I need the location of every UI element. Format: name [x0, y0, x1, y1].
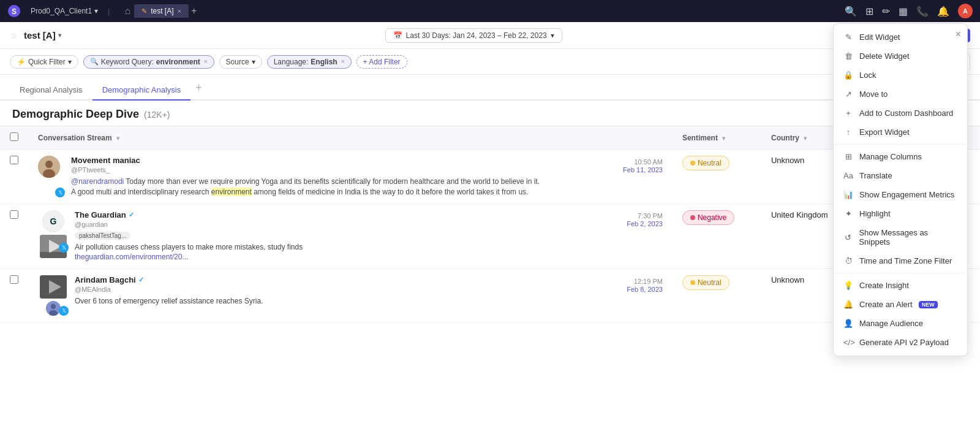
favorite-icon[interactable]: ☆ — [10, 31, 18, 40]
add-filter-button[interactable]: + Add Filter — [356, 55, 407, 69]
edit-icon[interactable]: ✏ — [882, 6, 890, 17]
row-checkbox-3[interactable] — [10, 275, 18, 284]
menu-item-timezone-filter[interactable]: ⏱ Time and Time Zone Filter — [834, 251, 967, 270]
search-icon[interactable]: 🔍 — [845, 6, 857, 17]
move-to-icon: ↗ — [843, 90, 853, 99]
timestamp-2: 7:30 PM Feb 2, 2023 — [627, 211, 663, 227]
keyword-highlight: environment — [211, 188, 252, 196]
grid-icon[interactable]: ⊞ — [865, 6, 873, 17]
sentiment-cell-2: Negative — [673, 204, 761, 269]
tab-add-button[interactable]: + — [191, 6, 197, 17]
alert-icon: 🔔 — [843, 300, 853, 309]
menu-item-delete-widget[interactable]: 🗑 Delete Widget — [834, 47, 967, 66]
timestamp-1: 10:50 AM Feb 11, 2023 — [623, 157, 663, 173]
conversation-tag-2: pakshalTestTag... — [75, 232, 130, 240]
conv-header-1: Movement maniac @PTtweets_ 10:50 AM Feb … — [71, 156, 663, 174]
translate-icon: Aa — [843, 171, 853, 180]
menu-item-highlight[interactable]: ✦ Highlight — [834, 204, 967, 223]
quick-filter-button[interactable]: ⚡ Quick Filter ▾ — [10, 55, 78, 69]
keyword-query-chip[interactable]: 🔍 Keyword Query: environment × — [83, 55, 214, 69]
row-checkbox-2[interactable] — [10, 210, 18, 219]
menu-item-engagement-metrics[interactable]: 📊 Show Engagement Metrics — [834, 185, 967, 204]
section-title: Demographic Deep Dive — [12, 108, 139, 121]
author-info-1: Movement maniac @PTtweets_ — [71, 156, 140, 174]
bagchi-avatar-stack: 𝕏 — [38, 275, 69, 316]
row-checkbox[interactable] — [10, 156, 18, 164]
language-chip-close[interactable]: × — [341, 58, 345, 65]
toolbar-center: 📅 Last 30 Days: Jan 24, 2023 – Feb 22, 2… — [67, 28, 880, 43]
sentiment-cell-3: Neutral — [673, 269, 761, 322]
conversation-stream-header[interactable]: Conversation Stream ▾ — [28, 126, 673, 150]
article-link[interactable]: theguardian.com/environment/20... — [75, 253, 188, 261]
conversation-content-2: The Guardian ✓ @guardian 7:30 PM Feb 2, … — [75, 210, 663, 263]
tab-demographic-analysis[interactable]: Demographic Analysis — [92, 80, 191, 101]
verified-badge-3: ✓ — [138, 276, 144, 284]
date-range-picker[interactable]: 📅 Last 30 Days: Jan 24, 2023 – Feb 22, 2… — [385, 28, 562, 43]
menu-item-manage-columns[interactable]: ⊞ Manage Columns — [834, 147, 967, 166]
sentiment-dot-1 — [690, 161, 695, 166]
keyword-chip-close[interactable]: × — [204, 58, 208, 65]
topnav-right: 🔍 ⊞ ✏ ▦ 📞 🔔 A — [845, 4, 973, 18]
profile-image — [38, 156, 60, 178]
menu-item-move-to[interactable]: ↗ Move to — [834, 85, 967, 104]
menu-divider-1 — [834, 144, 967, 145]
filter-icon: ⚡ — [17, 58, 26, 66]
snippets-icon: ↺ — [843, 233, 853, 242]
post-date-1: Feb 11, 2023 — [623, 166, 663, 173]
row-checkbox-cell[interactable] — [0, 150, 28, 204]
test-tag-area: pakshalTestTag... — [75, 230, 663, 240]
sentiment-badge-1: Neutral — [682, 156, 729, 170]
post-text-1: @narendramodi Today more than ever we re… — [71, 177, 663, 197]
menu-close-button[interactable]: × — [956, 29, 961, 40]
menu-item-api-payload[interactable]: </> Generate API v2 Payload — [834, 333, 967, 352]
author-name-2: The Guardian ✓ — [75, 210, 134, 219]
sentiment-dot-2 — [690, 215, 695, 220]
notification-icon[interactable]: 🔔 — [937, 6, 949, 17]
menu-item-add-dashboard[interactable]: + Add to Custom Dashboard — [834, 104, 967, 123]
source-filter-chip[interactable]: Source ▾ — [219, 55, 262, 69]
bagchi-twitter-icon: 𝕏 — [62, 308, 66, 314]
svg-point-3 — [45, 161, 53, 168]
row-checkbox-cell-3[interactable] — [0, 269, 28, 322]
logo-icon: S — [7, 4, 21, 18]
language-filter-chip[interactable]: Language: English × — [267, 55, 352, 69]
menu-item-translate[interactable]: Aa Translate — [834, 166, 967, 185]
add-dashboard-icon: + — [843, 109, 853, 118]
sentiment-cell-1: Neutral — [673, 150, 761, 204]
metrics-icon: 📊 — [843, 190, 853, 199]
tab-regional-analysis[interactable]: Regional Analysis — [10, 80, 92, 101]
menu-item-lock[interactable]: 🔒 Lock — [834, 66, 967, 85]
post-time-1: 10:50 AM — [634, 158, 662, 166]
calendar-icon[interactable]: ▦ — [899, 6, 908, 17]
calendar-icon-small: 📅 — [393, 31, 402, 40]
top-navigation: S Prod0_QA_Client1 ▾ | ⌂ ✎ test [A] × + … — [0, 0, 980, 22]
timezone-icon: ⏱ — [843, 256, 853, 265]
twitter-icon-small: 𝕏 — [58, 189, 62, 196]
sort-icon-conversation: ▾ — [116, 135, 119, 142]
select-all-checkbox[interactable] — [10, 132, 18, 141]
conversation-content-1: Movement maniac @PTtweets_ 10:50 AM Feb … — [71, 156, 663, 197]
author-name-1: Movement maniac — [71, 156, 140, 165]
menu-item-export-widget[interactable]: ↑ Export Widget — [834, 123, 967, 142]
menu-item-manage-audience[interactable]: 👤 Manage Audience — [834, 314, 967, 333]
org-selector[interactable]: Prod0_QA_Client1 ▾ — [31, 7, 98, 15]
menu-item-create-alert[interactable]: 🔔 Create an Alert NEW — [834, 295, 967, 314]
tab-add-button[interactable]: + — [190, 79, 207, 97]
tab-test-a[interactable]: ✎ test [A] × — [134, 4, 189, 18]
conv-header-3: Arindam Bagchi ✓ @MEAIndia 12:19 PM Feb … — [75, 275, 663, 294]
author-info-2: The Guardian ✓ @guardian — [75, 210, 134, 229]
post-text-3: Over 6 tons of emergency relief assistan… — [75, 296, 663, 307]
tab-close-button[interactable]: × — [177, 7, 181, 15]
section-count: (12K+) — [144, 110, 170, 120]
phone-icon[interactable]: 📞 — [916, 6, 929, 17]
row-checkbox-cell-2[interactable] — [0, 204, 28, 269]
select-all-column[interactable] — [0, 126, 28, 150]
home-icon[interactable]: ⌂ — [124, 6, 130, 17]
menu-item-snippets[interactable]: ↺ Show Messages as Snippets — [834, 223, 967, 251]
mention-link-1[interactable]: @narendramodi — [71, 177, 124, 186]
user-avatar[interactable]: A — [958, 4, 973, 18]
menu-item-edit-widget[interactable]: ✎ Edit Widget — [834, 28, 967, 47]
menu-item-create-insight[interactable]: 💡 Create Insight — [834, 276, 967, 295]
sentiment-header[interactable]: Sentiment ▾ — [673, 126, 761, 150]
conversation-cell-3: 𝕏 Arindam Bagchi ✓ — [28, 269, 673, 322]
